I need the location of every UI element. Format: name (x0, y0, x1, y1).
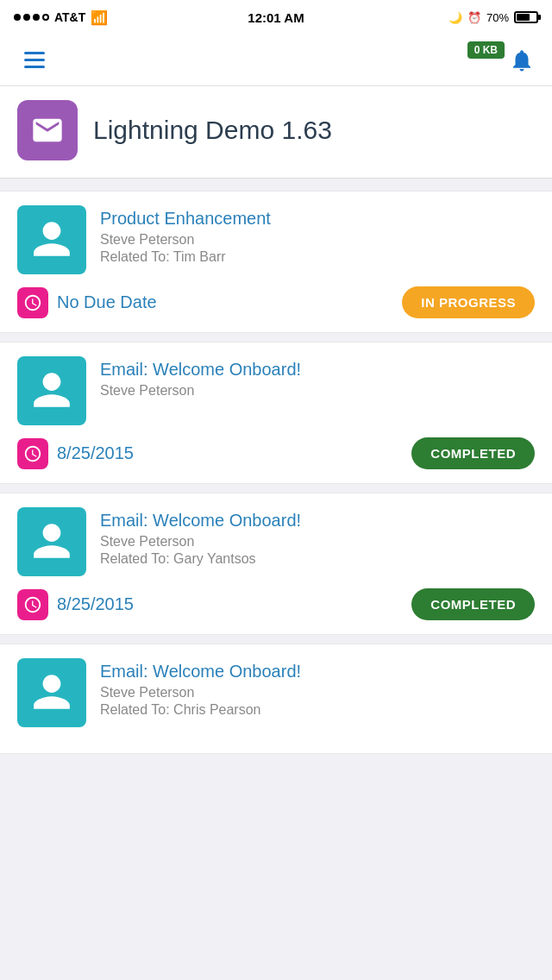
item-bottom: 8/25/2015 COMPLETED (17, 588, 535, 620)
moon-icon: 🌙 (448, 11, 462, 24)
nav-bar: 0 KB (0, 35, 552, 86)
list-item[interactable]: Email: Welcome Onboard! Steve Peterson R… (0, 644, 552, 754)
battery-icon (514, 11, 538, 23)
avatar (17, 658, 86, 727)
clock-svg (23, 595, 42, 614)
clock-icon (17, 287, 48, 318)
item-bottom: No Due Date IN PROGRESS (17, 286, 535, 318)
date-text: No Due Date (57, 292, 157, 312)
clock-svg (23, 293, 42, 312)
item-bottom: 8/25/2015 COMPLETED (17, 437, 535, 469)
list-item[interactable]: Email: Welcome Onboard! Steve Peterson R… (0, 493, 552, 635)
date-row: No Due Date (17, 287, 157, 318)
item-top: Email: Welcome Onboard! Steve Peterson (17, 356, 535, 425)
signal-dot-2 (23, 14, 30, 21)
clock-svg (23, 444, 42, 463)
item-top: Email: Welcome Onboard! Steve Peterson R… (17, 507, 535, 576)
date-row: 8/25/2015 (17, 589, 134, 620)
item-person: Steve Peterson (100, 232, 535, 248)
avatar (17, 507, 86, 576)
email-icon (30, 113, 65, 148)
status-left: AT&T 📶 (14, 9, 108, 26)
item-related: Related To: Tim Barr (100, 249, 535, 265)
kb-badge: 0 KB (467, 41, 505, 59)
status-time: 12:01 AM (248, 10, 304, 25)
hamburger-line-2 (24, 59, 45, 61)
item-top: Product Enhancement Steve Peterson Relat… (17, 205, 535, 274)
task-list: Product Enhancement Steve Peterson Relat… (0, 179, 552, 775)
notification-bell-icon[interactable] (509, 47, 535, 73)
item-person: Steve Peterson (100, 534, 535, 550)
person-icon (30, 671, 73, 714)
hamburger-line-1 (24, 52, 45, 54)
list-item[interactable]: Product Enhancement Steve Peterson Relat… (0, 191, 552, 333)
person-icon (30, 218, 73, 261)
app-icon (17, 100, 78, 160)
status-badge: COMPLETED (411, 437, 535, 469)
item-person: Steve Peterson (100, 685, 535, 700)
alarm-icon: ⏰ (467, 11, 481, 24)
item-top: Email: Welcome Onboard! Steve Peterson R… (17, 658, 535, 727)
avatar (17, 205, 86, 274)
battery-fill (517, 14, 530, 21)
clock-icon (17, 438, 48, 469)
wifi-icon: 📶 (91, 9, 108, 26)
signal-dot-1 (14, 14, 21, 21)
app-header: Lightning Demo 1.63 (0, 86, 552, 179)
date-text: 8/25/2015 (57, 443, 134, 463)
item-info: Email: Welcome Onboard! Steve Peterson R… (100, 507, 535, 567)
item-title: Product Enhancement (100, 209, 535, 229)
status-right: 🌙 ⏰ 70% (448, 11, 538, 24)
item-info: Product Enhancement Steve Peterson Relat… (100, 205, 535, 265)
item-related: Related To: Chris Pearson (100, 702, 535, 718)
item-info: Email: Welcome Onboard! Steve Peterson R… (100, 658, 535, 718)
date-text: 8/25/2015 (57, 594, 134, 614)
avatar (17, 356, 86, 425)
app-title: Lightning Demo 1.63 (93, 116, 332, 145)
list-item[interactable]: Email: Welcome Onboard! Steve Peterson 8… (0, 342, 552, 484)
item-title: Email: Welcome Onboard! (100, 511, 535, 531)
item-title: Email: Welcome Onboard! (100, 360, 535, 380)
item-info: Email: Welcome Onboard! Steve Peterson (100, 356, 535, 400)
item-related: Related To: Gary Yantsos (100, 551, 535, 567)
status-badge: COMPLETED (411, 588, 535, 620)
person-icon (30, 369, 73, 412)
item-title: Email: Welcome Onboard! (100, 662, 535, 682)
status-badge: IN PROGRESS (402, 286, 535, 318)
carrier-name: AT&T (54, 10, 85, 24)
signal-dot-3 (33, 14, 40, 21)
status-bar: AT&T 📶 12:01 AM 🌙 ⏰ 70% (0, 0, 552, 35)
signal-dot-4 (42, 14, 49, 21)
person-icon (30, 520, 73, 563)
clock-icon (17, 589, 48, 620)
signal-dots (14, 14, 49, 21)
hamburger-button[interactable] (17, 45, 52, 75)
hamburger-line-3 (24, 66, 45, 68)
battery-percent: 70% (486, 11, 509, 24)
item-person: Steve Peterson (100, 383, 535, 399)
date-row: 8/25/2015 (17, 438, 134, 469)
